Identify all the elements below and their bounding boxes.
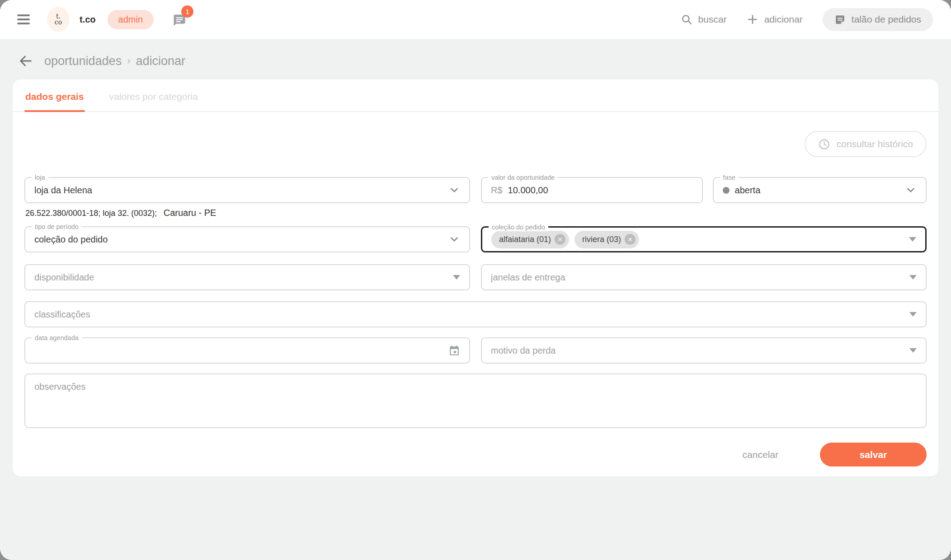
fase-value: aberta bbox=[735, 185, 761, 196]
history-button-label: consultar histórico bbox=[837, 139, 913, 149]
colecao-pedido-multiselect[interactable]: coleção do pedido alfaiataria (01) ✕ riv… bbox=[481, 226, 927, 252]
data-agendada-input[interactable]: data agendada bbox=[24, 337, 470, 364]
dropdown-arrow-icon bbox=[909, 237, 916, 242]
data-agendada-label: data agendada bbox=[32, 334, 82, 342]
dropdown-arrow-icon bbox=[909, 348, 917, 353]
topbar: t. co t.co admin 1 busca bbox=[0, 0, 951, 39]
form-row-5: data agendada motivo da perda bbox=[24, 337, 927, 364]
form-card: dados gerais valores por categoria consu… bbox=[13, 79, 938, 476]
breadcrumb: oportunidades › adicionar bbox=[44, 54, 185, 68]
chevron-down-icon bbox=[448, 233, 460, 245]
loja-helper-cnpj: 26.522.380/0001-18; loja 32. (0032); bbox=[25, 209, 157, 218]
history-row: consultar histórico bbox=[24, 131, 927, 157]
chip-label: alfaiataria (01) bbox=[499, 235, 551, 244]
form-row-2: tipo de período coleção do pedido coleçã… bbox=[24, 226, 927, 252]
add-button[interactable]: adicionar bbox=[747, 14, 803, 25]
tab-dados-gerais[interactable]: dados gerais bbox=[24, 79, 85, 111]
loja-label: loja bbox=[32, 173, 48, 182]
search-label: buscar bbox=[698, 14, 727, 25]
loja-helper-city: Caruaru - PE bbox=[164, 208, 217, 218]
calendar-icon[interactable] bbox=[448, 345, 460, 356]
notification-badge: 1 bbox=[181, 5, 193, 18]
status-dot-icon bbox=[723, 187, 730, 194]
tipo-periodo-select[interactable]: tipo de período coleção do pedido bbox=[24, 226, 470, 252]
app-window: t. co t.co admin 1 busca bbox=[0, 0, 951, 560]
chevron-down-icon bbox=[448, 184, 460, 196]
breadcrumb-separator: › bbox=[127, 55, 130, 67]
tab-valores-por-categoria[interactable]: valores por categoria bbox=[108, 79, 199, 111]
form-row-4: classificações bbox=[24, 301, 927, 327]
tabs: dados gerais valores por categoria bbox=[13, 79, 938, 112]
chip-remove-icon[interactable]: ✕ bbox=[625, 234, 636, 245]
card-body: consultar histórico loja loja da Helena bbox=[13, 131, 938, 476]
brand-avatar[interactable]: t. co bbox=[47, 7, 70, 32]
form-row-1-right: valor da oportunidade R$ 10.000,00 fase … bbox=[481, 177, 927, 203]
arrow-left-icon bbox=[18, 53, 33, 69]
menu-icon[interactable] bbox=[17, 10, 35, 28]
chip-riviera: riviera (03) ✕ bbox=[574, 231, 639, 248]
chip-alfaiataria: alfaiataria (01) ✕ bbox=[491, 231, 569, 248]
colecao-pedido-label: coleção do pedido bbox=[489, 223, 548, 231]
selected-chips: alfaiataria (01) ✕ riviera (03) ✕ bbox=[491, 231, 639, 248]
form-actions: cancelar salvar bbox=[24, 443, 927, 467]
motivo-perda-placeholder: motivo da perda bbox=[491, 345, 556, 356]
loja-select[interactable]: loja loja da Helena bbox=[24, 177, 470, 203]
janelas-entrega-select[interactable]: janelas de entrega bbox=[481, 264, 927, 290]
fase-label: fase bbox=[720, 173, 739, 182]
history-button[interactable]: consultar histórico bbox=[805, 131, 927, 157]
search-icon bbox=[681, 14, 692, 25]
breadcrumb-parent[interactable]: oportunidades bbox=[44, 54, 122, 68]
cancel-button[interactable]: cancelar bbox=[743, 449, 778, 460]
topbar-left: t. co t.co admin 1 bbox=[17, 7, 186, 32]
brand-name: t.co bbox=[80, 14, 96, 25]
loja-value: loja da Helena bbox=[34, 185, 92, 196]
dropdown-arrow-icon bbox=[909, 312, 917, 317]
plus-icon bbox=[747, 14, 758, 25]
order-pad-icon bbox=[834, 14, 846, 25]
topbar-right: buscar adicionar talão de pedidos bbox=[681, 8, 933, 31]
order-pad-label: talão de pedidos bbox=[852, 14, 921, 25]
valor-oportunidade-input[interactable]: valor da oportunidade R$ 10.000,00 bbox=[481, 177, 703, 203]
form-row-1: loja loja da Helena valor da oportunidad… bbox=[24, 177, 927, 203]
tipo-periodo-value: coleção do pedido bbox=[34, 234, 108, 245]
form-row-3: disponibilidade janelas de entrega bbox=[24, 264, 927, 290]
order-pad-button[interactable]: talão de pedidos bbox=[823, 8, 933, 31]
classificacoes-placeholder: classificações bbox=[34, 309, 90, 320]
observacoes-placeholder: observações bbox=[34, 382, 85, 392]
observacoes-textarea[interactable]: observações bbox=[24, 373, 927, 428]
currency-prefix: R$ bbox=[491, 185, 503, 196]
motivo-perda-select[interactable]: motivo da perda bbox=[481, 337, 927, 364]
janelas-entrega-placeholder: janelas de entrega bbox=[491, 272, 565, 283]
dropdown-arrow-icon bbox=[453, 275, 460, 280]
disponibilidade-select[interactable]: disponibilidade bbox=[24, 264, 470, 290]
save-button[interactable]: salvar bbox=[820, 443, 927, 467]
role-badge: admin bbox=[108, 10, 154, 29]
search-button[interactable]: buscar bbox=[681, 14, 727, 25]
loja-helper-text: 26.522.380/0001-18; loja 32. (0032); Car… bbox=[25, 208, 927, 218]
dropdown-arrow-icon bbox=[909, 275, 917, 280]
tipo-periodo-label: tipo de período bbox=[32, 223, 82, 231]
classificacoes-select[interactable]: classificações bbox=[24, 301, 927, 327]
add-label: adicionar bbox=[764, 14, 803, 25]
disponibilidade-placeholder: disponibilidade bbox=[34, 272, 94, 283]
back-button[interactable] bbox=[18, 53, 33, 69]
chevron-down-icon bbox=[905, 184, 917, 196]
avatar-text-line2: co bbox=[55, 19, 62, 25]
messages-button[interactable]: 1 bbox=[173, 14, 186, 28]
fase-select[interactable]: fase aberta bbox=[713, 177, 927, 203]
breadcrumb-current: adicionar bbox=[136, 54, 185, 68]
valor-label: valor da oportunidade bbox=[488, 173, 558, 182]
clock-icon bbox=[818, 138, 830, 150]
breadcrumb-row: oportunidades › adicionar bbox=[0, 39, 951, 79]
chip-label: riviera (03) bbox=[582, 235, 621, 244]
valor-value: 10.000,00 bbox=[508, 185, 548, 196]
chip-remove-icon[interactable]: ✕ bbox=[555, 234, 565, 245]
